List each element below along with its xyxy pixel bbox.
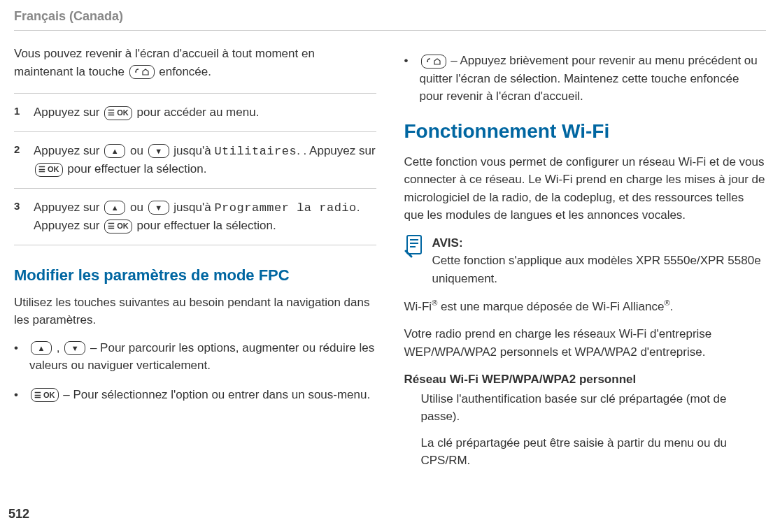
- steps-list: 1 Appuyez sur ☰ OK pour accéder au menu.…: [14, 93, 376, 245]
- def-body2: La clé prépartagée peut être saisie à pa…: [421, 434, 767, 470]
- step-number: 3: [14, 199, 25, 235]
- home-back-button-icon: [129, 65, 155, 79]
- wifi-para3: Votre radio prend en charge les réseaux …: [404, 325, 767, 361]
- menu-ok-button-icon: ☰ OK: [104, 106, 132, 120]
- wifi-heading: Fonctionnement Wi-Fi: [404, 117, 767, 146]
- note-box: AVIS: Cette fonction s'applique aux modè…: [404, 234, 767, 288]
- bullet-text: ▲ , ▼ – Pour parcourir les options, augm…: [29, 339, 376, 375]
- step-number: 1: [14, 103, 25, 122]
- step-text-frag: ou: [130, 201, 147, 214]
- wifi-definition: Réseau Wi-Fi WEP/WPA/WPA2 personnel Util…: [404, 371, 767, 470]
- note-title: AVIS:: [432, 234, 767, 252]
- intro-para: Vous pouvez revenir à l'écran d'accueil …: [14, 45, 376, 80]
- svg-rect-2: [407, 236, 421, 254]
- step-1: 1 Appuyez sur ☰ OK pour accéder au menu.: [14, 93, 376, 132]
- fpc-subheading: Modifier les paramètres de mode FPC: [14, 264, 376, 287]
- bullet-marker: •: [404, 52, 413, 106]
- down-button-icon: ▼: [148, 201, 169, 215]
- step-code: Utilitaires: [214, 145, 297, 158]
- up-button-icon: ▲: [104, 201, 125, 215]
- menu-ok-button-icon: ☰ OK: [35, 163, 63, 177]
- step-code: Programmer la radio: [214, 201, 356, 215]
- right-bullets: • – Appuyez brièvement pour revenir au m…: [404, 52, 767, 106]
- step-text-frag: pour effectuer la sélection.: [67, 162, 206, 175]
- menu-ok-button-icon: ☰ OK: [31, 388, 59, 402]
- bullet-text: ☰ OK – Pour sélectionnez l'option ou ent…: [29, 386, 376, 404]
- bullet-item: • – Appuyez brièvement pour revenir au m…: [404, 52, 767, 106]
- step-number: 2: [14, 142, 25, 178]
- bullet-item: • ☰ OK – Pour sélectionnez l'option ou e…: [14, 386, 376, 404]
- step-text-frag: pour effectuer la sélection.: [137, 219, 276, 232]
- bullet-marker: •: [14, 339, 22, 375]
- fpc-bullets: • ▲ , ▼ – Pour parcourir les options, au…: [14, 339, 376, 404]
- bullet-text: – Appuyez brièvement pour revenir au men…: [420, 52, 767, 106]
- left-column: Vous pouvez revenir à l'écran d'accueil …: [14, 45, 376, 478]
- step-text-frag: jusqu'à: [173, 144, 214, 157]
- page-header: Français (Canada): [14, 7, 766, 31]
- step-text-frag: . Appuyez sur: [304, 144, 376, 157]
- step-text-frag: Appuyez sur: [34, 201, 103, 214]
- def-body1: Utilise l'authentification basée sur clé…: [421, 390, 767, 426]
- up-button-icon: ▲: [104, 144, 125, 158]
- note-text: Cette fonction s'applique aux modèles XP…: [432, 252, 767, 287]
- step-body: Appuyez sur ☰ OK pour accéder au menu.: [34, 103, 376, 122]
- step-body: Appuyez sur ▲ ou ▼ jusqu'à Programmer la…: [34, 199, 376, 235]
- step-text: Appuyez sur ▲ ou ▼ jusqu'à Programmer la…: [34, 199, 376, 235]
- right-column: • – Appuyez brièvement pour revenir au m…: [404, 45, 767, 478]
- bullet-post: – Appuyez brièvement pour revenir au men…: [420, 54, 758, 103]
- step-body: Appuyez sur ▲ ou ▼ jusqu'à Utilitaires. …: [34, 142, 376, 178]
- up-button-icon: ▲: [31, 341, 52, 355]
- note-icon: [404, 234, 424, 288]
- svg-point-0: [135, 71, 136, 73]
- step-3: 3 Appuyez sur ▲ ou ▼ jusqu'à Programmer …: [14, 189, 376, 245]
- step-text-frag: jusqu'à: [173, 201, 214, 214]
- fpc-para: Utilisez les touches suivantes au besoin…: [14, 294, 376, 329]
- home-back-button-icon: [421, 55, 446, 69]
- header-lang: Français (Canada): [14, 9, 123, 23]
- menu-ok-button-icon: ☰ OK: [104, 220, 132, 233]
- bullet-sep: ,: [57, 341, 63, 354]
- intro-text-b: enfoncée.: [159, 65, 211, 78]
- down-button-icon: ▼: [148, 144, 169, 158]
- note-body: AVIS: Cette fonction s'applique aux modè…: [432, 234, 767, 288]
- step-text-frag: Appuyez sur: [34, 106, 103, 119]
- content-columns: Vous pouvez revenir à l'écran d'accueil …: [14, 45, 766, 478]
- bullet-post: – Pour sélectionnez l'option ou entrer d…: [63, 388, 370, 401]
- step-text-frag: pour accéder au menu.: [137, 106, 260, 119]
- step-2: 2 Appuyez sur ▲ ou ▼ jusqu'à Utilitaires…: [14, 132, 376, 189]
- bullet-marker: •: [14, 386, 22, 404]
- step-text: Appuyez sur ▲ ou ▼ jusqu'à Utilitaires. …: [34, 142, 376, 178]
- down-button-icon: ▼: [64, 341, 85, 355]
- step-text-frag: ou: [130, 144, 147, 157]
- svg-point-1: [427, 61, 428, 62]
- intro-block: Vous pouvez revenir à l'écran d'accueil …: [14, 45, 376, 80]
- wifi-para1: Cette fonction vous permet de configurer…: [404, 153, 767, 224]
- step-text-frag: Appuyez sur: [34, 144, 103, 157]
- bullet-item: • ▲ , ▼ – Pour parcourir les options, au…: [14, 339, 376, 375]
- def-title: Réseau Wi-Fi WEP/WPA/WPA2 personnel: [404, 371, 767, 389]
- step-text: Appuyez sur ☰ OK pour accéder au menu.: [34, 103, 376, 122]
- page-number: 512: [8, 505, 29, 524]
- wifi-para2: Wi-Fi® est une marque déposée de Wi-Fi A…: [404, 297, 767, 315]
